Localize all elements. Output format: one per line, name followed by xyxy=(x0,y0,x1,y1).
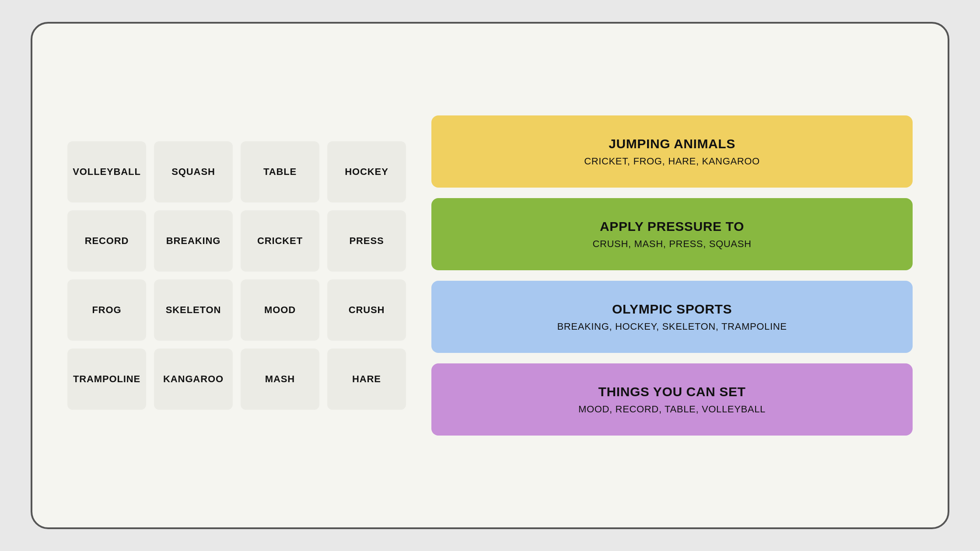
category-card-olympic-sports: OLYMPIC SPORTSBREAKING, HOCKEY, SKELETON… xyxy=(431,281,913,353)
word-tile-squash[interactable]: SQUASH xyxy=(154,141,233,202)
word-tile-skeleton[interactable]: SKELETON xyxy=(154,279,233,341)
category-words-things-you-can-set: MOOD, RECORD, TABLE, VOLLEYBALL xyxy=(578,404,766,415)
word-tile-record[interactable]: RECORD xyxy=(67,210,146,272)
category-card-apply-pressure: APPLY PRESSURE TOCRUSH, MASH, PRESS, SQU… xyxy=(431,198,913,270)
word-tile-hockey[interactable]: HOCKEY xyxy=(327,141,406,202)
category-title-jumping-animals: JUMPING ANIMALS xyxy=(609,136,735,151)
word-tile-hare[interactable]: HARE xyxy=(327,349,406,410)
category-title-apply-pressure: APPLY PRESSURE TO xyxy=(600,219,744,234)
word-tile-frog[interactable]: FROG xyxy=(67,279,146,341)
main-card: VOLLEYBALLSQUASHTABLEHOCKEYRECORDBREAKIN… xyxy=(31,22,949,529)
word-tile-volleyball[interactable]: VOLLEYBALL xyxy=(67,141,146,202)
word-tile-press[interactable]: PRESS xyxy=(327,210,406,272)
categories-panel: JUMPING ANIMALSCRICKET, FROG, HARE, KANG… xyxy=(431,115,913,436)
word-tile-kangaroo[interactable]: KANGAROO xyxy=(154,349,233,410)
word-tile-table[interactable]: TABLE xyxy=(241,141,319,202)
word-tile-trampoline[interactable]: TRAMPOLINE xyxy=(67,349,146,410)
category-words-olympic-sports: BREAKING, HOCKEY, SKELETON, TRAMPOLINE xyxy=(557,321,787,332)
category-card-things-you-can-set: THINGS YOU CAN SETMOOD, RECORD, TABLE, V… xyxy=(431,363,913,436)
category-words-jumping-animals: CRICKET, FROG, HARE, KANGAROO xyxy=(584,156,760,167)
word-tile-mood[interactable]: MOOD xyxy=(241,279,319,341)
word-tile-mash[interactable]: MASH xyxy=(241,349,319,410)
category-title-olympic-sports: OLYMPIC SPORTS xyxy=(612,302,732,317)
word-tile-cricket[interactable]: CRICKET xyxy=(241,210,319,272)
category-title-things-you-can-set: THINGS YOU CAN SET xyxy=(598,384,746,399)
word-tile-breaking[interactable]: BREAKING xyxy=(154,210,233,272)
word-tile-crush[interactable]: CRUSH xyxy=(327,279,406,341)
category-card-jumping-animals: JUMPING ANIMALSCRICKET, FROG, HARE, KANG… xyxy=(431,115,913,188)
word-grid: VOLLEYBALLSQUASHTABLEHOCKEYRECORDBREAKIN… xyxy=(67,141,406,410)
category-words-apply-pressure: CRUSH, MASH, PRESS, SQUASH xyxy=(592,238,751,250)
